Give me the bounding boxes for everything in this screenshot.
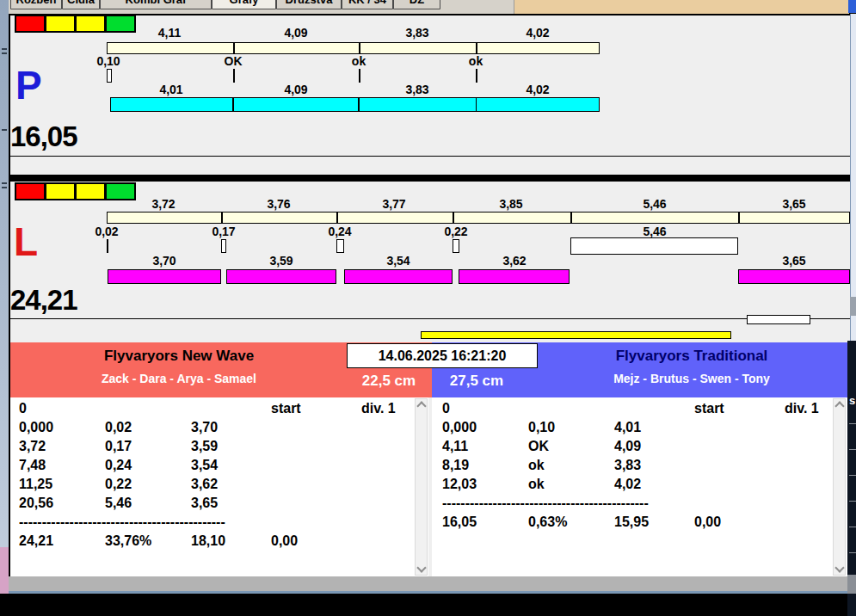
split-label: 3,72 [151, 197, 175, 211]
background-left-scrollbar[interactable] [0, 0, 9, 594]
split-divider [570, 212, 572, 224]
tab-grafy[interactable]: Grafy [212, 0, 276, 9]
results-right-content: 0startdiv. 10,0000,104,014,11OK4,098,19o… [442, 401, 838, 573]
swim-label: 4,01 [159, 83, 182, 96]
swim-label: 3,62 [502, 254, 526, 268]
scroll-up-icon[interactable] [834, 401, 844, 410]
background-grid-line [849, 449, 856, 450]
split-label: 4,02 [526, 26, 549, 40]
swim-bar [344, 269, 453, 284]
team-right-members: Mejz - Brutus - Swen - Tony [536, 372, 847, 385]
split-cell: 12,03 [442, 477, 477, 492]
swim-label: 4,02 [526, 83, 549, 96]
split-cell: 4,09 [614, 439, 641, 454]
left-strip-mark [2, 48, 7, 50]
status-square [15, 182, 46, 200]
status-square [45, 182, 76, 200]
split-cell: 0,10 [528, 420, 555, 435]
split-cell: ok [528, 458, 545, 473]
lane-l-label: L [14, 222, 38, 262]
status-square [15, 15, 46, 33]
datetime-display: 14.06.2025 16:21:20 [347, 343, 538, 368]
tab-dz[interactable]: DZ [393, 0, 440, 9]
scrollbar-left-table[interactable] [415, 398, 428, 576]
scroll-down-icon[interactable] [834, 563, 844, 572]
app-window: RozběhČidlaKombi GrafGrafyDružstvaKK / 3… [0, 0, 856, 616]
exchange-label: ok [352, 54, 366, 68]
split-cell: 4,02 [614, 477, 641, 492]
tab-kombi-graf[interactable]: Kombi Graf [100, 0, 212, 9]
status-square [105, 182, 136, 200]
split-cell: 0,17 [105, 439, 132, 454]
scrollbar-right-table[interactable] [833, 398, 846, 576]
split-cell: 3,54 [191, 458, 218, 473]
tab-kk-34[interactable]: KK / 34 [342, 0, 393, 9]
head-zero: 0 [19, 401, 27, 416]
tab-dru-stva[interactable]: Družstva [276, 0, 342, 9]
scroll-up-icon[interactable] [416, 401, 426, 410]
background-gray-block [847, 575, 856, 594]
swim-label: 3,65 [782, 254, 805, 268]
tab--idla[interactable]: Čidla [62, 0, 100, 9]
highlight-bar [421, 331, 731, 339]
lane-p-total: 16,05 [10, 122, 77, 151]
background-grid-line [849, 552, 856, 553]
exchange-label: ok [469, 54, 483, 68]
total-cell: 0,00 [694, 514, 721, 530]
team-right-distance: 27,5 cm [434, 373, 519, 390]
head-start: start [271, 401, 301, 416]
total-cell: 16,05 [442, 514, 477, 530]
swim-bar [738, 269, 850, 284]
split-label: 3,85 [499, 197, 522, 211]
split-cell: 4,11 [442, 439, 468, 454]
team-right-name: Flyvaryors Traditional [536, 348, 847, 365]
left-strip-mark [2, 182, 7, 184]
exchange-label: 0,22 [444, 225, 467, 238]
swim-bar [476, 97, 600, 112]
split-label: 4,11 [158, 26, 181, 40]
status-square [105, 15, 136, 33]
total-cell: 24,21 [19, 533, 53, 549]
exchange-tick [359, 69, 360, 83]
total-cell: 0,00 [271, 533, 298, 549]
exchange-box [221, 239, 226, 253]
lane-p-label: P [15, 65, 42, 105]
tab-strip: RozběhČidlaKombi GrafGrafyDružstvaKK / 3… [0, 0, 516, 14]
split-cell: 5,46 [105, 496, 132, 511]
background-scroll-button[interactable] [848, 0, 856, 13]
exchange-label: OK [225, 54, 243, 68]
split-cell: 0,22 [105, 477, 132, 492]
exchange-label: 0,17 [212, 225, 235, 238]
split-label: 5,46 [643, 197, 666, 211]
status-square [75, 15, 106, 33]
swim-bar [233, 97, 359, 112]
background-grid-line [849, 501, 856, 502]
exchange-label: 0,10 [96, 54, 120, 68]
background-grid-line [849, 423, 856, 424]
scroll-down-icon[interactable] [416, 563, 426, 572]
split-cell: 0,24 [105, 458, 132, 473]
exchange-tick [233, 69, 235, 83]
split-divider [233, 42, 235, 54]
exchange-label: 0,02 [95, 225, 118, 238]
exchange-box [107, 69, 112, 83]
total-cell: 0,63% [528, 514, 567, 530]
split-cell: 3,70 [191, 420, 218, 435]
swim-label: 4,09 [284, 83, 307, 96]
swim-bar [110, 97, 233, 112]
split-cell: 8,19 [442, 458, 469, 473]
head-start: start [694, 401, 724, 416]
swim-bar [226, 269, 336, 284]
results-left-content: 0startdiv. 10,0000,023,703,720,173,597,4… [19, 401, 415, 573]
split-cell: 7,48 [19, 458, 46, 473]
timeline-marker-box [747, 315, 810, 324]
split-cell: 4,01 [614, 420, 641, 435]
swim-label: 3,70 [152, 254, 176, 268]
split-divider [359, 42, 360, 54]
head-division: div. 1 [361, 401, 396, 416]
bottom-gray-strip [9, 576, 847, 591]
tab-rozb-h[interactable]: Rozběh [10, 0, 62, 9]
exchange-box [453, 239, 459, 253]
total-cell: 18,10 [191, 533, 225, 549]
background-right-scrollbar[interactable] [850, 14, 856, 341]
